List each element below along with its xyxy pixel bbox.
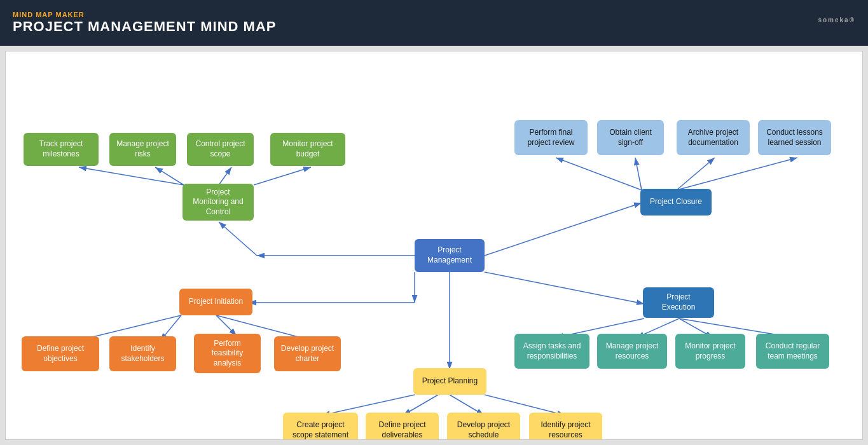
node-perform-final-review: Perform final project review <box>514 120 588 155</box>
node-identify-stakeholders: Identify stakeholders <box>109 336 176 371</box>
node-project-monitoring: ProjectMonitoring andControl <box>183 184 254 221</box>
node-project-initiation: Project Initiation <box>179 289 252 315</box>
node-develop-charter: Develop project charter <box>274 336 341 371</box>
node-define-objectives: Define project objectives <box>22 336 99 371</box>
svg-line-10 <box>219 167 231 185</box>
node-manage-resources: Manage project resources <box>597 334 667 369</box>
svg-line-2 <box>219 222 257 256</box>
svg-line-9 <box>155 167 184 185</box>
node-track-milestones: Track project milestones <box>24 133 99 166</box>
node-assign-tasks: Assign tasks and responsibilities <box>514 334 589 369</box>
node-control-scope: Control project scope <box>187 133 254 166</box>
node-project-closure: Project Closure <box>640 189 712 216</box>
node-project-management: ProjectManagement <box>415 239 485 272</box>
node-develop-schedule: Develop project schedule <box>447 413 520 440</box>
node-monitor-progress: Monitor project progress <box>675 334 745 369</box>
mind-map-canvas: ProjectManagement ProjectMonitoring andC… <box>5 51 863 440</box>
svg-line-11 <box>254 167 311 185</box>
node-identify-resources: Identify project resources <box>529 413 602 440</box>
svg-line-6 <box>485 272 644 304</box>
header: MIND MAP MAKER PROJECT MANAGEMENT MIND M… <box>0 0 868 46</box>
svg-line-13 <box>635 158 642 190</box>
node-obtain-signoff: Obtain client sign-off <box>597 120 664 155</box>
node-project-execution: ProjectExecution <box>643 287 714 318</box>
svg-line-8 <box>79 167 184 185</box>
node-archive-docs: Archive project documentation <box>677 120 750 155</box>
node-define-deliverables: Define project deliverables <box>366 413 439 440</box>
svg-line-15 <box>677 158 797 190</box>
node-lessons-learned: Conduct lessons learned session <box>758 120 831 155</box>
header-logo: someka® <box>818 13 855 33</box>
node-project-planning: Project Planning <box>413 368 486 395</box>
svg-line-12 <box>556 158 642 190</box>
svg-line-14 <box>677 158 715 190</box>
node-monitor-budget: Monitor project budget <box>270 133 345 166</box>
node-regular-meetings: Conduct regular team meetings <box>756 334 829 369</box>
header-title: PROJECT MANAGEMENT MIND MAP <box>13 18 276 35</box>
node-feasibility-analysis: Perform feasibility analysis <box>194 334 261 373</box>
node-create-scope: Create project scope statement <box>283 413 358 440</box>
node-manage-risks: Manage project risks <box>109 133 176 166</box>
svg-line-3 <box>485 203 642 256</box>
header-subtitle: MIND MAP MAKER <box>13 11 276 18</box>
header-left: MIND MAP MAKER PROJECT MANAGEMENT MIND M… <box>13 11 276 35</box>
svg-line-18 <box>216 315 237 336</box>
